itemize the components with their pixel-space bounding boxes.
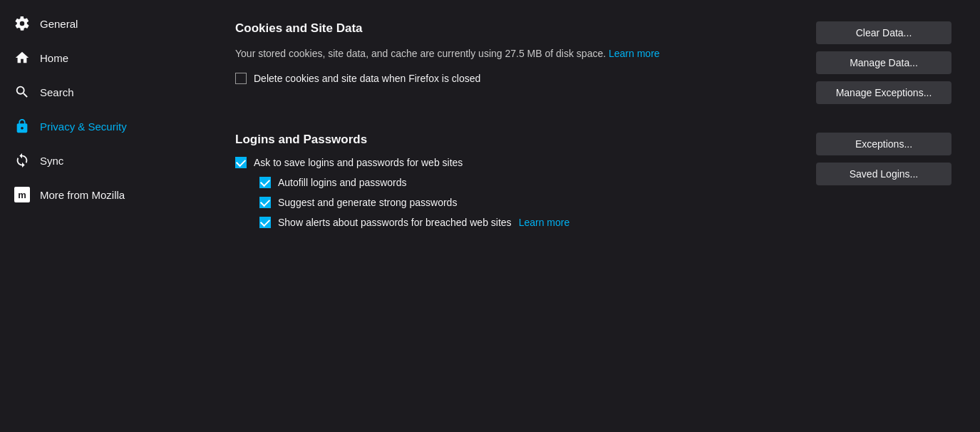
show-alerts-label: Show alerts about passwords for breached… xyxy=(278,217,512,228)
sidebar-item-home-label: Home xyxy=(40,52,68,64)
logins-title: Logins and Passwords xyxy=(235,133,795,147)
delete-cookies-checkbox[interactable] xyxy=(235,73,247,84)
sidebar-item-privacy-security[interactable]: Privacy & Security xyxy=(0,110,207,143)
delete-cookies-label: Delete cookies and site data when Firefo… xyxy=(254,73,480,84)
suggest-strong-label: Suggest and generate strong passwords xyxy=(278,197,457,208)
logins-left: Logins and Passwords Ask to save logins … xyxy=(235,133,795,237)
logins-learn-more-link[interactable]: Learn more xyxy=(519,217,570,228)
lock-icon xyxy=(14,118,30,134)
manage-data-button[interactable]: Manage Data... xyxy=(816,51,951,74)
ask-save-checkbox-row: Ask to save logins and passwords for web… xyxy=(235,157,795,168)
autofill-label: Autofill logins and passwords xyxy=(278,177,407,188)
show-alerts-checkbox-row: Show alerts about passwords for breached… xyxy=(259,217,795,228)
sidebar-item-search[interactable]: Search xyxy=(0,76,207,108)
manage-exceptions-button[interactable]: Manage Exceptions... xyxy=(816,81,951,104)
autofill-checkbox-row: Autofill logins and passwords xyxy=(259,177,795,188)
cookies-section: Cookies and Site Data Your stored cookie… xyxy=(235,21,951,104)
autofill-checkbox[interactable] xyxy=(259,177,271,188)
sync-icon xyxy=(14,153,30,168)
cookies-title: Cookies and Site Data xyxy=(235,21,795,36)
logins-buttons: Exceptions... Saved Logins... xyxy=(816,133,951,185)
sidebar-item-search-label: Search xyxy=(40,86,74,98)
saved-logins-button[interactable]: Saved Logins... xyxy=(816,163,951,185)
sidebar-item-home[interactable]: Home xyxy=(0,41,207,74)
suggest-strong-checkbox-row: Suggest and generate strong passwords xyxy=(259,197,795,208)
sidebar: General Home Search Privacy & Security xyxy=(0,0,207,432)
suggest-strong-checkbox[interactable] xyxy=(259,197,271,208)
sidebar-item-sync-label: Sync xyxy=(40,155,63,167)
sidebar-item-general[interactable]: General xyxy=(0,7,207,40)
home-icon xyxy=(14,50,30,66)
mozilla-icon: m xyxy=(14,187,30,202)
cookies-buttons: Clear Data... Manage Data... Manage Exce… xyxy=(816,21,951,104)
sidebar-item-sync[interactable]: Sync xyxy=(0,144,207,177)
sidebar-item-privacy-label: Privacy & Security xyxy=(40,120,127,133)
ask-save-checkbox[interactable] xyxy=(235,157,247,168)
sidebar-item-mozilla[interactable]: m More from Mozilla xyxy=(0,178,207,211)
ask-save-label: Ask to save logins and passwords for web… xyxy=(254,157,463,168)
gear-icon xyxy=(14,16,30,31)
delete-cookies-checkbox-row: Delete cookies and site data when Firefo… xyxy=(235,73,795,84)
show-alerts-checkbox[interactable] xyxy=(259,217,271,228)
cookies-desc: Your stored cookies, site data, and cach… xyxy=(235,46,795,61)
cookies-learn-more-link[interactable]: Learn more xyxy=(609,48,660,59)
sidebar-item-general-label: General xyxy=(40,18,78,30)
sidebar-item-mozilla-label: More from Mozilla xyxy=(40,189,125,201)
main-content: Cookies and Site Data Your stored cookie… xyxy=(207,0,980,432)
clear-data-button[interactable]: Clear Data... xyxy=(816,21,951,44)
cookies-left: Cookies and Site Data Your stored cookie… xyxy=(235,21,795,93)
exceptions-button[interactable]: Exceptions... xyxy=(816,133,951,155)
search-icon xyxy=(14,84,30,100)
logins-section: Logins and Passwords Ask to save logins … xyxy=(235,133,951,237)
